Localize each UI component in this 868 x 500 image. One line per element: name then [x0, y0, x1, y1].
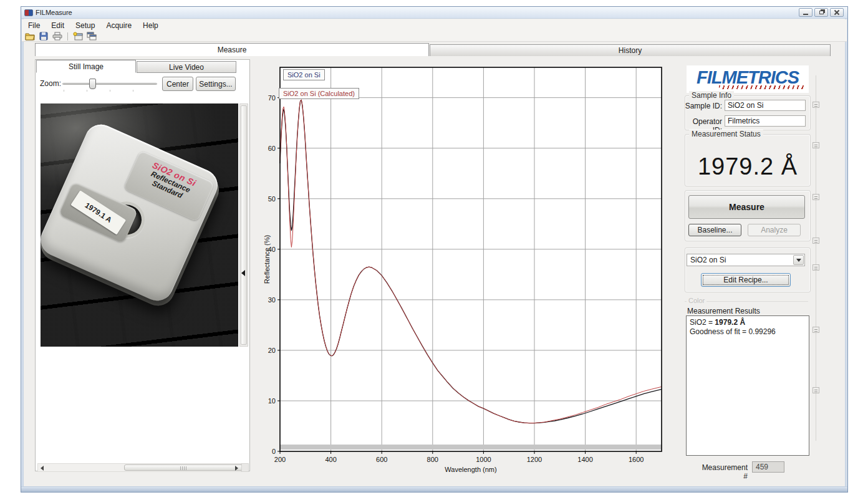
tab-live-video[interactable]: Live Video	[137, 61, 236, 73]
restore-icon	[819, 11, 824, 14]
app-window: FILMeasure File Edit Setup Acquire Help	[21, 6, 848, 493]
filmetrics-logo-hatch-icon	[719, 85, 805, 89]
printer-icon	[52, 32, 62, 41]
close-button[interactable]	[830, 8, 844, 17]
svg-text:1400: 1400	[577, 456, 592, 463]
image-vertical-scrollbar[interactable]	[239, 103, 248, 347]
svg-text:Reflectance (%): Reflectance (%)	[264, 235, 271, 284]
legend-measured: SiO2 on Si	[283, 69, 325, 80]
menu-file[interactable]: File	[28, 21, 40, 30]
svg-text:60: 60	[268, 145, 276, 152]
splitter-handle[interactable]	[813, 238, 819, 244]
print-button[interactable]	[52, 32, 63, 41]
splitter-handle[interactable]	[813, 194, 819, 200]
copy-window-icon	[87, 32, 97, 41]
save-floppy-icon	[39, 32, 48, 41]
open-button[interactable]	[24, 32, 36, 41]
measurement-number-field[interactable]: 459	[752, 461, 784, 473]
screen: FILMeasure File Edit Setup Acquire Help	[0, 0, 868, 500]
result-line-thickness: SiO2 = 1979.2 Å	[690, 318, 806, 327]
scroll-left-icon[interactable]	[41, 466, 44, 471]
app-icon	[24, 9, 33, 16]
svg-text:1000: 1000	[476, 456, 491, 463]
copy-window-button[interactable]	[86, 32, 97, 41]
zoom-slider-ticks	[64, 90, 156, 92]
image-horizontal-scrollbar[interactable]	[37, 463, 241, 472]
snapshot-button[interactable]	[72, 32, 84, 41]
restore-button[interactable]	[814, 8, 828, 17]
svg-text:Wavelength (nm): Wavelength (nm)	[445, 466, 496, 473]
image-hscroll-thumb[interactable]	[124, 464, 243, 471]
zoom-slider-track	[62, 83, 157, 85]
title-bar[interactable]: FILMeasure	[21, 7, 847, 19]
reflectance-plot: 2004006008001000120014001600010203040506…	[264, 60, 677, 484]
spectrum-chart: 2004006008001000120014001600010203040506…	[264, 60, 677, 484]
zoom-slider-thumb[interactable]	[89, 79, 96, 89]
panel-splitter[interactable]	[816, 75, 816, 441]
measurement-number-label: Measurement #	[701, 463, 748, 481]
recipe-dropdown-button[interactable]	[793, 255, 804, 265]
filmetrics-logo-text: FILMETRICS	[697, 69, 799, 85]
image-vscroll-thumb[interactable]	[241, 105, 247, 345]
splitter-handle[interactable]	[813, 142, 819, 148]
window-frame-left	[21, 7, 24, 492]
menu-acquire[interactable]: Acquire	[106, 21, 132, 30]
recipe-select[interactable]: SiO2 on Si	[687, 254, 805, 266]
scrollbar-corner	[241, 463, 249, 472]
collapse-left-icon[interactable]	[241, 270, 245, 276]
zoom-slider[interactable]	[62, 77, 157, 91]
splitter-handle[interactable]	[813, 102, 819, 108]
svg-text:10: 10	[268, 397, 276, 405]
window-frame-right	[845, 7, 847, 492]
center-button[interactable]: Center	[162, 77, 193, 91]
splitter-handle[interactable]	[813, 327, 819, 333]
menu-edit[interactable]: Edit	[51, 21, 64, 30]
thickness-readout: 1979.2 Å	[685, 153, 810, 180]
open-folder-icon	[25, 32, 35, 41]
svg-text:800: 800	[427, 456, 438, 463]
snapshot-icon	[73, 32, 83, 41]
toolbar-separator	[67, 32, 68, 41]
sample-id-label: Sample ID:	[683, 102, 722, 110]
edit-recipe-button[interactable]: Edit Recipe...	[701, 273, 791, 287]
control-panel: FILMETRICS Sample Info Sample ID: SiO2 o…	[682, 59, 821, 486]
menu-setup[interactable]: Setup	[75, 21, 95, 30]
splitter-handle[interactable]	[813, 264, 819, 271]
svg-text:400: 400	[325, 456, 336, 463]
zoom-label: Zoom:	[40, 79, 61, 88]
plate-thickness-value: 1979.1 A	[70, 190, 126, 234]
window-title: FILMeasure	[36, 9, 72, 16]
svg-text:50: 50	[268, 195, 276, 203]
sample-info-title: Sample Info	[689, 91, 734, 100]
chevron-down-icon	[796, 259, 801, 262]
settings-button[interactable]: Settings...	[196, 77, 236, 91]
filmetrics-logo: FILMETRICS	[687, 65, 809, 93]
toolbar	[22, 31, 847, 42]
measure-button[interactable]: Measure	[688, 195, 805, 219]
close-icon	[834, 10, 839, 15]
hscroll-grip-icon	[180, 466, 186, 470]
baseline-button[interactable]: Baseline...	[688, 224, 741, 236]
svg-text:1200: 1200	[527, 456, 542, 463]
svg-text:600: 600	[376, 456, 387, 463]
color-group-label: Color	[687, 297, 706, 304]
tab-still-image[interactable]: Still Image	[36, 60, 136, 73]
scroll-right-icon[interactable]	[235, 466, 238, 471]
tab-measure[interactable]: Measure	[35, 43, 429, 56]
operator-id-field[interactable]: Filmetrics	[725, 115, 806, 127]
minimize-button[interactable]	[799, 8, 813, 17]
svg-text:1600: 1600	[629, 456, 644, 463]
svg-text:30: 30	[268, 296, 276, 304]
splitter-handle[interactable]	[813, 387, 819, 393]
measurement-results-box[interactable]: SiO2 = 1979.2 Å Goodness of fit = 0.9929…	[686, 315, 809, 456]
main-tab-strip: Measure History	[35, 43, 831, 56]
svg-text:200: 200	[274, 456, 286, 463]
save-button[interactable]	[38, 32, 49, 41]
image-panel: Still Image Live Video Zoom: Center Sett…	[35, 59, 250, 471]
sample-photo: SiO2 on Si Reflectance Standard 1979.1 A	[41, 103, 238, 347]
menu-help[interactable]: Help	[143, 21, 158, 30]
recipe-select-value: SiO2 on Si	[690, 256, 726, 264]
sample-id-field[interactable]: SiO2 on Si	[725, 100, 806, 111]
tab-history[interactable]: History	[430, 44, 831, 56]
svg-text:0: 0	[272, 448, 276, 455]
